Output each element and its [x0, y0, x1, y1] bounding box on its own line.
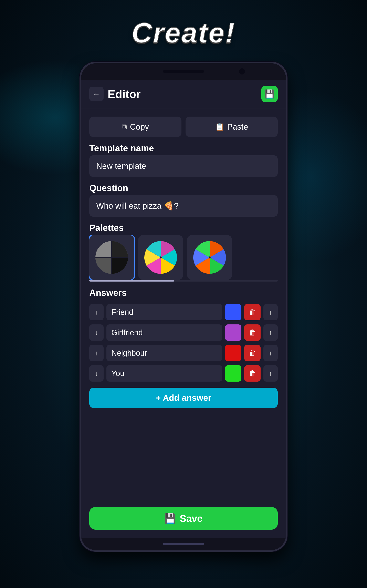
- palette-item-1[interactable]: [89, 235, 134, 280]
- back-arrow-icon: ←: [93, 90, 100, 98]
- answer-delete-1[interactable]: 🗑: [244, 304, 261, 320]
- answer-move-up-3[interactable]: ↑: [263, 345, 278, 361]
- scroll-indicator: [89, 280, 278, 282]
- copy-icon: ⧉: [122, 122, 127, 131]
- answer-color-2[interactable]: [225, 324, 242, 341]
- add-answer-button[interactable]: + Add answer: [89, 388, 278, 408]
- template-name-input[interactable]: [89, 155, 278, 177]
- answer-row-1: ↓ 🗑 ↑: [89, 304, 278, 320]
- phone-side-button: [286, 135, 287, 151]
- save-button[interactable]: 💾 Save: [89, 507, 278, 530]
- answer-move-down-1[interactable]: ↓: [89, 304, 104, 320]
- phone-top-bar: [81, 63, 286, 80]
- question-input[interactable]: [89, 195, 278, 217]
- home-indicator: [163, 543, 204, 545]
- answer-delete-2[interactable]: 🗑: [244, 324, 261, 341]
- copy-label: Copy: [130, 122, 149, 131]
- template-name-section: Template name: [89, 143, 278, 177]
- app-header: ← Editor 💾: [81, 80, 286, 108]
- palettes-section: Palettes: [89, 223, 278, 282]
- answer-text-4[interactable]: [106, 365, 222, 381]
- app-content: ← Editor 💾 ⧉ Copy 📋 Paste: [81, 80, 286, 538]
- palette-item-2[interactable]: [138, 235, 183, 280]
- bottom-bar: 💾 Save: [81, 503, 286, 538]
- editor-title: Editor: [108, 87, 141, 101]
- answer-move-up-2[interactable]: ↑: [263, 324, 278, 341]
- svg-point-3: [160, 256, 162, 259]
- paste-label: Paste: [227, 122, 248, 131]
- palette-pie-2: [144, 241, 177, 274]
- header-left: ← Editor: [89, 87, 141, 101]
- answer-move-up-4[interactable]: ↑: [263, 365, 278, 381]
- answer-delete-3[interactable]: 🗑: [244, 345, 261, 361]
- scroll-indicator-bar: [89, 280, 174, 282]
- question-section: Question: [89, 183, 278, 217]
- action-row: ⧉ Copy 📋 Paste: [89, 117, 278, 137]
- phone-frame: ← Editor 💾 ⧉ Copy 📋 Paste: [80, 62, 287, 552]
- header-save-icon: 💾: [264, 89, 275, 99]
- add-answer-label: + Add answer: [156, 393, 211, 403]
- answer-move-down-4[interactable]: ↓: [89, 365, 104, 381]
- scroll-body: ⧉ Copy 📋 Paste Template name Question: [81, 108, 286, 503]
- answer-move-down-2[interactable]: ↓: [89, 324, 104, 341]
- save-bottom-icon: 💾: [164, 513, 176, 524]
- svg-point-4: [209, 256, 211, 259]
- palette-pie-3: [193, 241, 226, 274]
- phone-speaker: [163, 70, 204, 73]
- paste-icon: 📋: [215, 122, 224, 131]
- answers-section: Answers ↓ 🗑 ↑ ↓ 🗑 ↑: [89, 288, 278, 408]
- answer-text-2[interactable]: [106, 324, 222, 341]
- answer-move-down-3[interactable]: ↓: [89, 345, 104, 361]
- answers-label: Answers: [89, 288, 278, 298]
- answer-row-2: ↓ 🗑 ↑: [89, 324, 278, 341]
- back-button[interactable]: ←: [89, 87, 104, 101]
- palettes-scroll[interactable]: [89, 235, 278, 282]
- palettes-label: Palettes: [89, 223, 278, 233]
- page-title: Create!: [132, 16, 235, 49]
- answer-color-4[interactable]: [225, 365, 242, 381]
- answer-color-1[interactable]: [225, 304, 242, 320]
- answer-delete-4[interactable]: 🗑: [244, 365, 261, 381]
- answer-move-up-1[interactable]: ↑: [263, 304, 278, 320]
- palette-item-3[interactable]: [187, 235, 232, 280]
- header-save-button[interactable]: 💾: [261, 86, 278, 102]
- phone-bottom-bar: [81, 538, 286, 550]
- phone-camera: [239, 68, 245, 75]
- answer-text-3[interactable]: [106, 345, 222, 361]
- copy-button[interactable]: ⧉ Copy: [89, 117, 182, 137]
- answer-row-4: ↓ 🗑 ↑: [89, 365, 278, 381]
- paste-button[interactable]: 📋 Paste: [185, 117, 278, 137]
- answer-row-3: ↓ 🗑 ↑: [89, 345, 278, 361]
- save-bottom-label: Save: [180, 513, 202, 524]
- answer-color-3[interactable]: [225, 345, 242, 361]
- palette-pie-1: [95, 241, 128, 274]
- template-name-label: Template name: [89, 143, 278, 153]
- question-label: Question: [89, 183, 278, 193]
- answer-text-1[interactable]: [106, 304, 222, 320]
